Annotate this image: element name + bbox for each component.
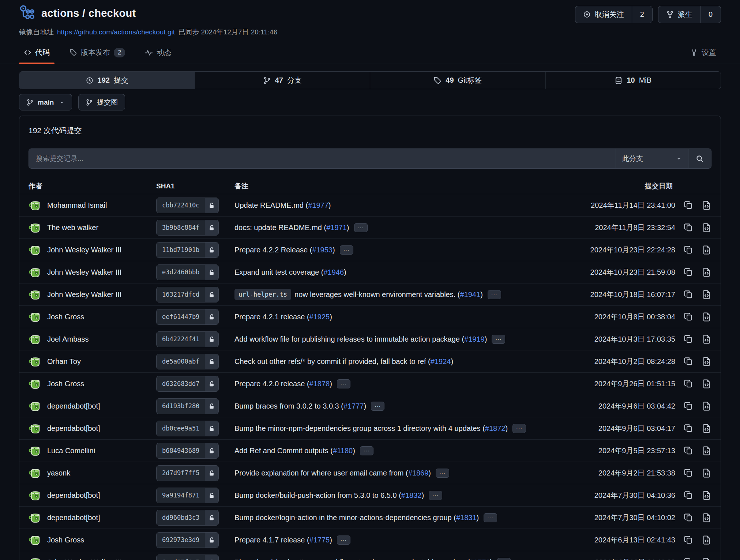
commit-sha-badge[interactable]: eef61447b9 bbox=[156, 309, 219, 325]
stat-size[interactable]: 10 MiB bbox=[546, 72, 721, 89]
commit-sha-badge[interactable]: 3b9b8c884f bbox=[156, 220, 219, 236]
mirror-url-link[interactable]: https://github.com/actions/checkout.git bbox=[57, 28, 175, 36]
commit-sha-badge[interactable]: e3d2460bbb bbox=[156, 264, 219, 280]
expand-commit-body-button[interactable]: ··· bbox=[436, 469, 449, 478]
copy-sha-button[interactable] bbox=[684, 290, 693, 299]
view-files-at-commit-button[interactable] bbox=[702, 468, 711, 478]
stat-commits[interactable]: 192 提交 bbox=[19, 72, 195, 89]
copy-sha-button[interactable] bbox=[684, 446, 693, 455]
expand-commit-body-button[interactable]: ··· bbox=[340, 245, 353, 255]
branch-selector[interactable]: main bbox=[19, 94, 72, 110]
copy-sha-button[interactable] bbox=[684, 312, 693, 322]
branch-filter-select[interactable]: 此分支 bbox=[616, 149, 688, 168]
issue-ref-link[interactable]: #1924 bbox=[431, 357, 451, 366]
commit-sha-badge[interactable]: cbb722410c bbox=[156, 198, 219, 213]
tab-activity[interactable]: 动态 bbox=[140, 42, 176, 64]
view-files-at-commit-button[interactable] bbox=[702, 491, 711, 500]
commit-sha-badge[interactable]: d632683dd7 bbox=[156, 376, 219, 392]
view-files-at-commit-button[interactable] bbox=[702, 223, 711, 233]
issue-ref-link[interactable]: #1180 bbox=[333, 447, 353, 455]
copy-sha-button[interactable] bbox=[684, 334, 693, 344]
issue-ref-link[interactable]: #1878 bbox=[309, 380, 330, 388]
view-files-at-commit-button[interactable] bbox=[702, 312, 711, 322]
commit-sha-badge[interactable]: 2d7d9f7ff5 bbox=[156, 465, 219, 481]
view-files-at-commit-button[interactable] bbox=[702, 513, 711, 523]
commit-sha-badge[interactable]: 6ccd57f4c5 bbox=[156, 555, 219, 560]
commit-sha-badge[interactable]: 6d193bf280 bbox=[156, 398, 219, 414]
tab-settings[interactable]: 设置 bbox=[685, 42, 721, 64]
commit-sha-badge[interactable]: dd960bd3c3 bbox=[156, 510, 219, 526]
view-files-at-commit-button[interactable] bbox=[702, 446, 711, 456]
view-files-at-commit-button[interactable] bbox=[702, 334, 711, 344]
expand-commit-body-button[interactable]: ··· bbox=[484, 513, 497, 522]
fork-button[interactable]: 派生 bbox=[658, 6, 700, 23]
commit-sha-badge[interactable]: 11bd71901b bbox=[156, 242, 219, 258]
issue-ref-link[interactable]: #1941 bbox=[460, 290, 481, 299]
copy-sha-button[interactable] bbox=[684, 200, 693, 210]
commit-date: 2024年9月6日 03:04:42 bbox=[598, 401, 675, 411]
stat-branches[interactable]: 47 分支 bbox=[195, 72, 371, 89]
commit-sha-badge[interactable]: db0cee9a51 bbox=[156, 421, 219, 436]
copy-sha-button[interactable] bbox=[684, 357, 693, 366]
commit-sha-badge[interactable]: 6b42224f41 bbox=[156, 331, 219, 347]
view-files-at-commit-button[interactable] bbox=[702, 267, 711, 277]
expand-commit-body-button[interactable]: ··· bbox=[337, 379, 350, 388]
fork-count[interactable]: 0 bbox=[700, 6, 721, 23]
view-files-at-commit-button[interactable] bbox=[702, 535, 711, 545]
issue-ref-link[interactable]: #1925 bbox=[309, 313, 330, 321]
issue-ref-link[interactable]: #1977 bbox=[308, 201, 328, 210]
issue-ref-link[interactable]: #1777 bbox=[343, 402, 364, 410]
tab-code[interactable]: 代码 bbox=[19, 42, 55, 64]
copy-sha-button[interactable] bbox=[684, 245, 693, 255]
commit-sha-badge[interactable]: 163217dfcd bbox=[156, 287, 219, 302]
view-files-at-commit-button[interactable] bbox=[702, 379, 711, 389]
expand-commit-body-button[interactable]: ··· bbox=[429, 491, 442, 500]
view-files-at-commit-button[interactable] bbox=[702, 424, 711, 433]
tab-releases[interactable]: 版本发布 2 bbox=[65, 42, 130, 64]
issue-ref-link[interactable]: #1872 bbox=[485, 424, 506, 433]
view-files-at-commit-button[interactable] bbox=[702, 290, 711, 300]
issue-ref-link[interactable]: #1953 bbox=[312, 246, 333, 254]
copy-sha-button[interactable] bbox=[684, 267, 693, 277]
copy-sha-button[interactable] bbox=[684, 223, 693, 232]
issue-ref-link[interactable]: #1775 bbox=[309, 536, 330, 544]
issue-ref-link[interactable]: #1919 bbox=[464, 335, 485, 343]
expand-commit-body-button[interactable]: ··· bbox=[492, 335, 505, 344]
stat-tags[interactable]: 49 Git标签 bbox=[370, 72, 546, 89]
commit-graph-button[interactable]: 提交图 bbox=[78, 94, 125, 110]
view-files-at-commit-button[interactable] bbox=[702, 401, 711, 411]
view-files-at-commit-button[interactable] bbox=[702, 200, 711, 210]
view-files-at-commit-button[interactable] bbox=[702, 245, 711, 255]
issue-ref-link[interactable]: #1869 bbox=[408, 469, 429, 477]
commit-search-input[interactable] bbox=[29, 149, 616, 168]
issue-ref-link[interactable]: #1776 bbox=[470, 558, 490, 560]
copy-sha-button[interactable] bbox=[684, 424, 693, 433]
expand-commit-body-button[interactable]: ··· bbox=[337, 535, 350, 545]
copy-sha-button[interactable] bbox=[684, 513, 693, 522]
commit-sha-badge[interactable]: de5a000abf bbox=[156, 354, 219, 369]
commit-search-button[interactable] bbox=[688, 149, 711, 168]
copy-sha-button[interactable] bbox=[684, 468, 693, 478]
issue-ref-link[interactable]: #1832 bbox=[401, 491, 422, 500]
commit-sha-badge[interactable]: b684943689 bbox=[156, 443, 219, 459]
expand-commit-body-button[interactable]: ··· bbox=[354, 223, 368, 232]
issue-ref-link[interactable]: #1831 bbox=[456, 514, 477, 522]
copy-sha-button[interactable] bbox=[684, 491, 693, 500]
issue-ref-link[interactable]: #1946 bbox=[323, 268, 344, 277]
expand-commit-body-button[interactable]: ··· bbox=[512, 424, 526, 433]
expand-commit-body-button[interactable]: ··· bbox=[497, 558, 511, 560]
copy-sha-button[interactable] bbox=[684, 379, 693, 388]
copy-sha-button[interactable] bbox=[684, 401, 693, 411]
commit-sha-badge[interactable]: 692973e3d9 bbox=[156, 532, 219, 548]
expand-commit-body-button[interactable]: ··· bbox=[488, 290, 501, 299]
commit-sha-badge[interactable]: 9a9194f871 bbox=[156, 488, 219, 503]
issue-ref-link[interactable]: #1971 bbox=[326, 223, 347, 232]
expand-commit-body-button[interactable]: ··· bbox=[371, 402, 384, 411]
watch-count[interactable]: 2 bbox=[632, 6, 652, 23]
expand-commit-body-button[interactable]: ··· bbox=[360, 446, 373, 455]
unwatch-button[interactable]: 取消关注 bbox=[575, 6, 632, 23]
copy-sha-button[interactable] bbox=[684, 535, 693, 545]
copy-sha-button[interactable] bbox=[684, 557, 693, 560]
view-files-at-commit-button[interactable] bbox=[702, 357, 711, 367]
view-files-at-commit-button[interactable] bbox=[702, 557, 711, 560]
